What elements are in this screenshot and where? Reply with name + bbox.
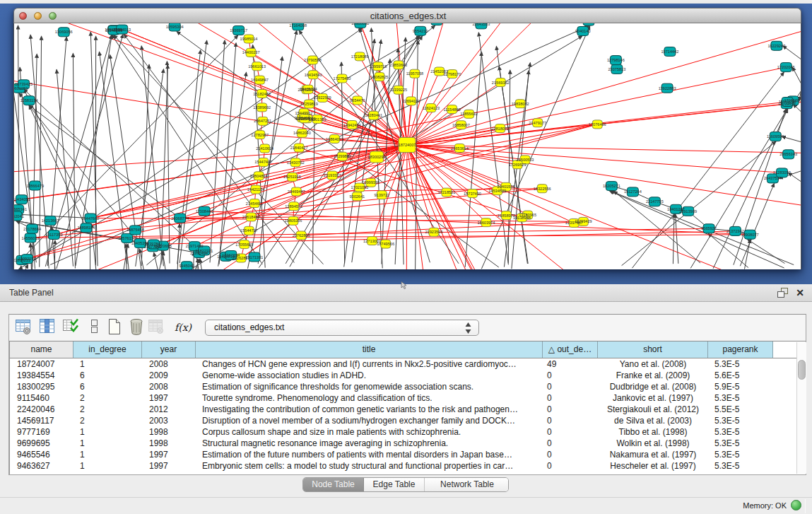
network-window[interactable]: citations_edges.txt 18724007183002952365…: [13, 8, 801, 269]
show-column-icon[interactable]: [38, 317, 58, 337]
vertical-scrollbar[interactable]: [796, 342, 806, 474]
cell-pagerank: 5.3E-5: [708, 449, 773, 460]
column-header-short[interactable]: short: [598, 341, 708, 358]
svg-text:17308441: 17308441: [196, 209, 213, 214]
memory-status-icon[interactable]: [791, 500, 801, 510]
table-settings-icon[interactable]: [14, 317, 34, 337]
table-row[interactable]: 911546021997Tourette syndrome. Phenomeno…: [10, 392, 796, 404]
table-row[interactable]: 1830029562008Estimation of significance …: [10, 381, 796, 392]
svg-text:18724007: 18724007: [399, 143, 416, 147]
column-chooser-icon[interactable]: [85, 317, 105, 337]
column-header-pagerank[interactable]: pagerank: [708, 341, 773, 358]
cell-name: 14569117: [10, 415, 73, 426]
table-header-row: namein_degreeyeartitle△ out_de…shortpage…: [10, 341, 796, 358]
column-header-year[interactable]: year: [142, 341, 196, 358]
svg-text:10117359: 10117359: [45, 233, 62, 237]
table-select-dropdown[interactable]: citations_edges.txt: [205, 320, 479, 336]
svg-text:18205271: 18205271: [603, 184, 620, 188]
cell-in_degree: 1: [73, 449, 142, 460]
svg-text:18283441: 18283441: [365, 113, 382, 117]
cell-short: de Silva et al. (2003): [598, 415, 708, 426]
svg-text:21479177: 21479177: [529, 121, 546, 125]
node-table: namein_degreeyeartitle△ out_de…shortpage…: [9, 341, 806, 474]
tab-node-table[interactable]: Node Table: [303, 478, 364, 491]
delete-table-icon[interactable]: [127, 317, 147, 337]
svg-text:11434051: 11434051: [14, 197, 30, 201]
column-header-title[interactable]: title: [196, 341, 543, 358]
cell-year: 1997: [142, 449, 196, 460]
import-table-icon[interactable]: [62, 317, 82, 337]
svg-text:22694110: 22694110: [402, 99, 419, 103]
svg-text:23469447: 23469447: [288, 189, 305, 194]
mouse-cursor: [401, 281, 409, 291]
cell-out_de: 0: [543, 404, 598, 415]
table-row[interactable]: 1456911722003Disruption of a novel membe…: [10, 415, 796, 426]
cell-name: 9465546: [10, 449, 73, 460]
svg-text:19985014: 19985014: [240, 37, 258, 41]
cell-in_degree: 2: [73, 404, 142, 415]
tab-network-table[interactable]: Network Table: [425, 478, 509, 491]
svg-text:19576130: 19576130: [118, 236, 136, 240]
svg-text:17076466: 17076466: [589, 122, 606, 127]
svg-text:20647251: 20647251: [254, 119, 271, 123]
table-row[interactable]: 2242004622012Investigating the contribut…: [10, 404, 796, 415]
table-row[interactable]: 946554611997Estimation of the future num…: [10, 449, 796, 460]
cell-pagerank: 5.3E-5: [708, 358, 773, 370]
cell-pagerank: 5.3E-5: [708, 438, 773, 449]
svg-text:19138948: 19138948: [513, 216, 531, 220]
column-header-in_degree[interactable]: in_degree: [73, 341, 142, 358]
table-row[interactable]: 969969511998Structural magnetic resonanc…: [10, 438, 796, 449]
svg-text:18405260: 18405260: [131, 241, 149, 245]
cell-title: Estimation of the future numbers of pati…: [196, 449, 543, 460]
cell-short: Tibbo et al. (1998): [598, 426, 708, 438]
clear-table-icon[interactable]: [147, 317, 167, 337]
svg-text:23075813: 23075813: [608, 67, 625, 71]
svg-text:21500533: 21500533: [517, 158, 534, 162]
cell-name: 18300295: [10, 381, 73, 392]
cell-title: Investigating the contribution of common…: [196, 404, 543, 415]
network-view[interactable]: 1872400718300295236536141508282517299884…: [13, 23, 801, 269]
table-row[interactable]: 977716911998Corpus callosum shape and si…: [10, 426, 796, 438]
new-table-icon[interactable]: [105, 317, 125, 337]
svg-text:14421154: 14421154: [247, 187, 264, 192]
cell-out_de: 0: [543, 449, 598, 460]
close-panel-icon[interactable]: ✕: [794, 286, 806, 299]
svg-text:10999398: 10999398: [362, 180, 379, 185]
cell-out_de: 0: [543, 370, 598, 381]
svg-text:19251915: 19251915: [283, 175, 301, 179]
cell-name: 9115460: [10, 392, 73, 404]
svg-text:12583134: 12583134: [20, 98, 38, 103]
cell-out_de: 0: [543, 415, 598, 426]
svg-text:19805356: 19805356: [284, 218, 302, 223]
svg-text:11299429: 11299429: [575, 219, 592, 223]
svg-text:18665341: 18665341: [14, 207, 27, 211]
window-titlebar[interactable]: citations_edges.txt: [13, 8, 801, 23]
svg-text:9139722: 9139722: [374, 193, 389, 197]
svg-text:16949847: 16949847: [251, 78, 269, 82]
svg-text:12782967: 12782967: [251, 133, 269, 137]
svg-text:23178664: 23178664: [23, 227, 41, 231]
svg-text:11154860: 11154860: [444, 107, 461, 112]
svg-text:13092159: 13092159: [18, 257, 36, 261]
svg-text:19714442: 19714442: [661, 49, 678, 54]
cell-in_degree: 2: [73, 415, 142, 426]
table-row[interactable]: 946362711997Embryonic stem cells: a mode…: [10, 460, 796, 472]
scrollbar-thumb[interactable]: [798, 360, 806, 380]
cell-short: Jankovic et al. (1997): [598, 392, 708, 404]
column-header-out_de[interactable]: △ out_de…: [543, 341, 598, 358]
svg-text:20437537: 20437537: [764, 176, 782, 180]
svg-text:23790598: 23790598: [304, 58, 322, 62]
tab-edge-table[interactable]: Edge Table: [364, 478, 425, 491]
float-panel-icon[interactable]: [777, 288, 789, 298]
svg-text:23653614: 23653614: [451, 146, 469, 151]
cell-name: 22420046: [10, 404, 73, 415]
svg-text:14400237: 14400237: [242, 50, 260, 54]
table-row[interactable]: 1938455462009Genome-wide association stu…: [10, 370, 796, 381]
table-row[interactable]: 1872400712008Changes of HCN gene express…: [10, 358, 796, 370]
svg-text:21283053: 21283053: [773, 170, 791, 175]
svg-text:23913909: 23913909: [679, 209, 697, 214]
svg-text:10559298: 10559298: [779, 100, 796, 104]
svg-text:14534539: 14534539: [488, 189, 506, 193]
function-builder-icon[interactable]: f(x): [175, 317, 194, 337]
column-header-name[interactable]: name: [10, 341, 73, 358]
